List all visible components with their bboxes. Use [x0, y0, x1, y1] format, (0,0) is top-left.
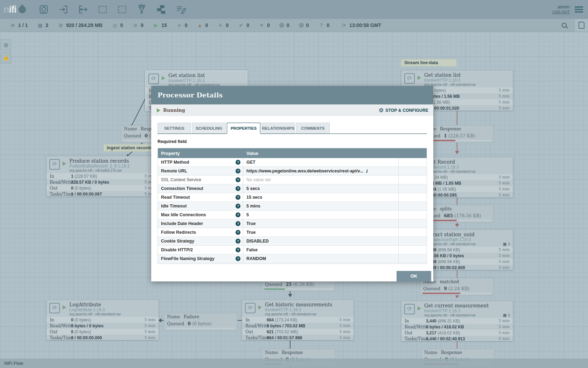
connection-label-failure[interactable]: NameFailureQueued0 (0 bytes) — [164, 313, 237, 330]
property-row[interactable]: Follow Redirects?True — [158, 228, 427, 237]
template-icon[interactable] — [156, 4, 167, 15]
name-label: Name — [124, 126, 137, 132]
operate-palette-button[interactable]: ☝ — [1, 52, 11, 63]
help-icon[interactable]: ? — [236, 186, 240, 191]
property-value-cell[interactable]: True — [243, 219, 399, 228]
processor-type: PublishKafkaRecord_2_6 1.16.3 — [69, 164, 159, 169]
input-port-icon[interactable] — [58, 4, 69, 15]
processor-get-current-measurement[interactable]: ⟳Get current measurementInvokeHTTP 1.16.… — [401, 301, 513, 341]
global-menu-icon[interactable] — [575, 6, 583, 13]
processor-name: Get station list — [424, 70, 513, 78]
help-icon[interactable]: ? — [236, 195, 240, 200]
help-icon[interactable]: ? — [236, 247, 240, 252]
property-value-cell[interactable]: 5 — [243, 211, 399, 219]
logout-link[interactable]: LOG OUT — [552, 9, 570, 15]
label-icon[interactable] — [176, 4, 186, 15]
property-row[interactable]: Max Idle Connections?5 — [158, 211, 427, 219]
property-value-cell[interactable]: No value set — [243, 263, 399, 264]
stat-value: 6,134 (1.05 MB) — [426, 187, 495, 192]
property-value: DISABLED — [246, 239, 269, 244]
property-value-cell[interactable]: GET — [243, 158, 399, 166]
help-icon[interactable]: ? — [236, 160, 240, 165]
sidebar-toggle-button[interactable] — [574, 19, 588, 32]
active-threads-badge: ▦ 1 — [503, 313, 510, 318]
stat-value: 664 (173.24 KB) — [267, 318, 336, 322]
refresh-time: 13:00:58 GMT — [349, 22, 381, 28]
help-icon[interactable]: ? — [236, 212, 240, 217]
property-row[interactable]: FlowFile Naming Strategy?RANDOM — [158, 254, 427, 263]
connection-queued-row: Queued0 (0 bytes) — [164, 320, 237, 327]
search-icon[interactable] — [562, 23, 567, 28]
help-icon[interactable]: ? — [236, 230, 240, 235]
property-row[interactable]: Disable HTTP/2?False — [158, 246, 427, 254]
running-status-icon — [162, 76, 165, 80]
property-value-cell[interactable]: RANDOM — [243, 254, 399, 263]
property-row[interactable]: Include Date Header?True — [158, 219, 427, 228]
refresh-icon[interactable]: ⟳ — [341, 22, 347, 28]
help-icon[interactable]: ? — [236, 169, 240, 173]
processor-icon[interactable] — [38, 4, 49, 15]
status-count: 0 — [120, 22, 123, 28]
stat-value: 3,217 (418.02 KB) — [426, 330, 495, 335]
processor-produce-station-records[interactable]: ⟳Produce station recordsPublishKafkaReco… — [46, 156, 159, 197]
processor-type: InvokeHTTP 1.16.3 — [424, 308, 513, 313]
property-value-cell[interactable]: No value set — [243, 176, 399, 184]
property-name-cell: SSL Context Service? — [158, 176, 243, 184]
help-icon[interactable]: ? — [236, 221, 240, 226]
remote-process-group-icon[interactable] — [117, 4, 127, 15]
property-value-cell[interactable]: False — [243, 246, 399, 254]
queue-indicator-bar — [264, 288, 333, 290]
run-status-label: Running — [163, 108, 185, 113]
help-icon[interactable]: ? — [236, 177, 240, 182]
breadcrumb[interactable]: NiFi Flow — [4, 361, 23, 366]
funnel-icon[interactable] — [136, 4, 147, 15]
tab-settings[interactable]: SETTINGS — [158, 123, 191, 134]
tab-relationships[interactable]: RELATIONSHIPS — [261, 123, 295, 134]
help-icon[interactable]: ? — [236, 239, 240, 244]
stat-value: 0 / 00:00:00.000 — [71, 335, 141, 340]
property-row[interactable]: Read Timeout?15 secs — [158, 193, 427, 202]
property-row[interactable]: Connection Timeout?5 secs — [158, 184, 427, 193]
stat-value: 3,449 (898.56 KB) — [426, 259, 495, 264]
tab-properties[interactable]: PROPERTIES — [227, 123, 260, 134]
property-row[interactable]: HTTP Method?GET — [158, 158, 427, 167]
status-item-transmitting: ◎0 — [112, 22, 123, 28]
help-icon[interactable]: ? — [236, 204, 240, 209]
info-icon[interactable]: i — [366, 169, 368, 174]
property-row[interactable]: Remote URL?https://www.pegelonline.wsv.d… — [158, 167, 427, 176]
processor-type: InvokeHTTP 1.16.3 — [424, 78, 513, 83]
processor-type: InvokeHTTP 1.16.3 — [168, 78, 247, 83]
property-value-cell[interactable]: https://www.pegelonline.wsv.de/webservic… — [243, 167, 399, 175]
last-refresh[interactable]: ⟳ 13:00:58 GMT — [341, 22, 381, 28]
tab-scheduling[interactable]: SCHEDULING — [192, 123, 226, 134]
property-value-cell[interactable]: 15 secs — [243, 193, 399, 202]
stat-window: 5 min — [495, 193, 510, 197]
stat-value: 0 (0 bytes) — [71, 329, 141, 334]
stat-row: Tasks/Time0 / 00:00:00.0005 min — [47, 335, 159, 341]
stop-and-configure-button[interactable]: ⚙ STOP & CONFIGURE — [379, 107, 428, 114]
status-count: 920 / 264.29 MB — [66, 22, 103, 28]
output-port-icon[interactable] — [78, 4, 88, 15]
canvas-label[interactable]: Stream live-data — [401, 59, 457, 67]
ok-button[interactable]: OK — [397, 271, 431, 281]
tab-comments[interactable]: COMMENTS — [296, 123, 330, 134]
running-status-icon — [418, 76, 421, 80]
property-row[interactable]: Cookie Strategy?DISABLED — [158, 237, 427, 246]
property-row[interactable]: Attributes to Send?No value set — [158, 263, 427, 264]
status-item-queued-data: ≣920 / 264.29 MB — [58, 22, 103, 28]
property-row[interactable]: Idle Timeout?5 mins — [158, 202, 427, 211]
active-threads-icon: ▦ — [37, 22, 43, 28]
property-row[interactable]: SSL Context Service?No value set — [158, 176, 427, 184]
property-value-cell[interactable]: DISABLED — [243, 237, 399, 245]
property-value-cell[interactable]: True — [243, 228, 399, 237]
stat-label: Out — [50, 186, 71, 191]
property-value-cell[interactable]: 5 secs — [243, 184, 399, 193]
property-value-cell[interactable]: 5 mins — [243, 202, 399, 210]
navigate-palette-button[interactable]: ◎ — [1, 39, 11, 50]
status-count: 0 — [205, 22, 208, 28]
processor-logattribute[interactable]: ⟳LogAttributeLogAttribute 1.16.3org.apac… — [46, 300, 159, 340]
processor-get-historic-measurements[interactable]: ⟳Get historic measurementsInvokeHTTP 1.1… — [242, 300, 354, 340]
gear-icon: ⚙ — [379, 107, 384, 114]
process-group-icon[interactable] — [97, 4, 108, 15]
help-icon[interactable]: ? — [236, 256, 240, 261]
